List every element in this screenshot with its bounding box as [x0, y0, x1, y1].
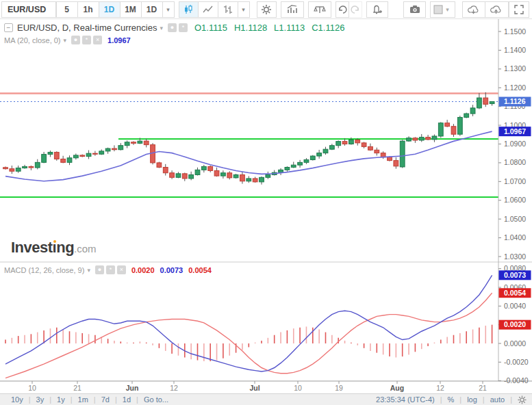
ma-visibility-icon[interactable]: ● [71, 36, 80, 44]
price-axis-label: 1.1300 [504, 64, 526, 73]
candle-body [438, 123, 443, 136]
gear-icon [261, 4, 272, 15]
candle-body [368, 146, 373, 150]
timeframe-button-1h-1[interactable]: 1h [77, 1, 99, 18]
style-dropdown[interactable]: ▾ [238, 1, 250, 18]
timeframe-button-5-0[interactable]: 5 [56, 1, 78, 18]
price-axis-label: 1.0700 [504, 177, 526, 185]
price-axis-label: 1.0800 [504, 158, 526, 166]
line-style-button[interactable] [198, 1, 218, 18]
watermark-logo: Investıng.com [11, 239, 97, 257]
macd-axis-label: -0.0020 [504, 358, 529, 366]
logo-text: Invest [11, 239, 53, 256]
indicators-button[interactable] [281, 1, 304, 18]
candle-body [266, 174, 270, 177]
candle-body [112, 148, 117, 150]
timeframe-button-1m-3[interactable]: 1M [120, 1, 142, 18]
timeframe-button-1d-2[interactable]: 1D [99, 1, 121, 18]
candle-body [131, 142, 136, 144]
range-button-3y[interactable]: 3y [31, 395, 50, 404]
axis-settings-button[interactable] [518, 395, 527, 404]
bottom-right-group: 23:35:34 (UTC-4)|%|log|auto| [370, 395, 512, 404]
candle-body [419, 138, 424, 140]
fullscreen-button[interactable] [509, 1, 530, 18]
candle-body [317, 153, 322, 156]
candle-body [80, 155, 85, 157]
axis-badge-value: 0.0020 [504, 320, 526, 328]
goto-button[interactable]: Go to... [138, 395, 174, 404]
macd-label: MACD (12, 26, close, 9) [4, 266, 84, 274]
macd-visibility-icon[interactable]: ● [95, 265, 104, 274]
candle-body [464, 114, 469, 117]
cloud-load-button[interactable] [462, 1, 485, 18]
candle-body [253, 179, 257, 182]
trading-chart-app: EUR/USD 51h1D1M1D ▾ [0, 0, 532, 405]
alert-button[interactable] [366, 1, 388, 18]
price-axis-label: 1.1500 [504, 27, 526, 36]
bar-style-button[interactable] [218, 1, 238, 18]
candlestick-style-button[interactable] [179, 1, 199, 18]
candle-body [54, 153, 59, 159]
range-button-7d[interactable]: 7d [96, 395, 115, 404]
macd-axis-label: 0.0000 [504, 339, 526, 348]
ma-settings-icon[interactable]: * [82, 36, 91, 44]
cloud-save-button[interactable] [485, 1, 508, 18]
candle-body [138, 141, 142, 143]
series-settings-icon[interactable]: * [179, 23, 188, 32]
price-axis-label: 1.1200 [504, 83, 526, 92]
macd-signal-line [5, 293, 492, 378]
axis-badge-value: 1.0967 [504, 127, 526, 135]
snapshot-button[interactable] [403, 1, 425, 18]
candle-body [298, 162, 303, 165]
range-button-10y[interactable]: 10y [5, 395, 29, 404]
cloud-download-icon [467, 4, 481, 15]
time-axis-label: 12 [170, 384, 178, 392]
candle-body [342, 142, 347, 144]
price-axis-label: 1.1400 [504, 46, 526, 54]
candle-body [246, 179, 251, 181]
collapse-pane-icon[interactable]: − [4, 23, 13, 32]
macd-dropdown-caret[interactable]: ▾ [87, 267, 90, 274]
candle-body [3, 168, 8, 169]
candle-body [105, 148, 110, 151]
candle-body [86, 153, 91, 156]
scale-option-auto[interactable]: auto [485, 395, 510, 404]
compare-button[interactable] [308, 1, 331, 18]
candle-body [157, 163, 162, 168]
timeframe-dropdown[interactable]: ▾ [162, 1, 175, 18]
title-dropdown-caret[interactable]: ▾ [160, 25, 163, 31]
candle-body [61, 159, 66, 162]
time-axis-label: 12 [436, 384, 444, 392]
symbol-button[interactable]: EUR/USD [1, 1, 56, 18]
macd-remove-icon[interactable]: × [117, 265, 126, 274]
candle-body [407, 138, 411, 141]
background-button[interactable]: ▾ [430, 1, 456, 18]
chart-canvas[interactable]: 1.15001.14001.13001.12001.11001.10001.09… [0, 19, 532, 393]
range-button-1d[interactable]: 1d [117, 395, 136, 404]
range-button-1m[interactable]: 1m [73, 395, 94, 404]
undo-button[interactable] [335, 1, 349, 18]
candle-body [355, 140, 360, 142]
candle-body [432, 136, 437, 140]
settings-button[interactable] [257, 1, 277, 18]
timeframe-button-1d-4[interactable]: 1D [141, 1, 163, 18]
time-axis-label: 21 [479, 384, 487, 392]
candle-body [99, 151, 104, 154]
ma-dropdown-caret[interactable]: ▾ [64, 37, 67, 44]
scale-option-log[interactable]: log [461, 395, 483, 404]
scale-option-percent[interactable]: % [442, 395, 460, 404]
candle-body [73, 155, 78, 158]
logo-text-tail: ng [56, 239, 74, 256]
range-button-1y[interactable]: 1y [51, 395, 71, 404]
open-value: O1.1115 [194, 23, 227, 33]
ma-remove-icon[interactable]: × [93, 36, 102, 44]
logo-suffix: .com [74, 243, 97, 254]
time-axis-label: Aug [390, 384, 404, 392]
macd-settings-icon[interactable]: * [106, 265, 115, 274]
visibility-icon[interactable]: ● [168, 23, 177, 32]
candle-body [163, 167, 168, 172]
candle-body [189, 174, 194, 178]
candle-body [470, 108, 475, 114]
redo-button[interactable] [349, 1, 362, 18]
undo-icon [338, 5, 347, 14]
